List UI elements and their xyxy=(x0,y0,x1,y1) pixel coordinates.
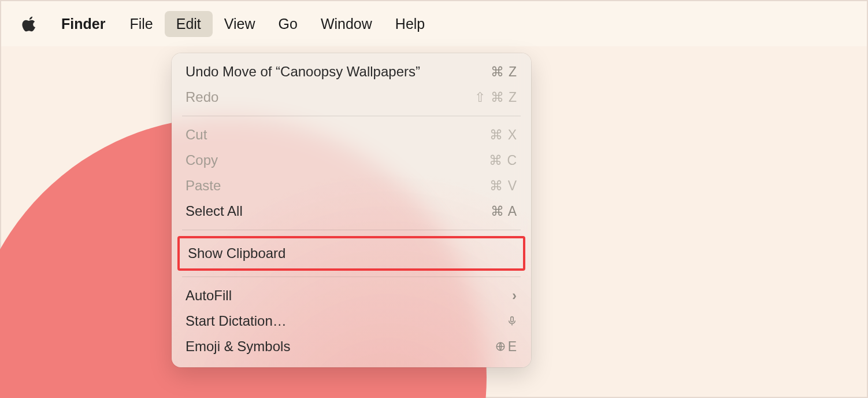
menu-item-shortcut: ⌘ A xyxy=(491,204,517,219)
menubar: Finder File Edit View Go Window Help xyxy=(1,1,867,46)
menu-item-select-all[interactable]: Select All ⌘ A xyxy=(172,198,531,224)
menu-separator xyxy=(182,116,521,116)
menubar-item-edit[interactable]: Edit xyxy=(165,11,213,37)
apple-logo-icon[interactable] xyxy=(21,15,38,32)
menu-separator xyxy=(182,277,521,277)
menu-item-label: Redo xyxy=(186,89,218,105)
menu-item-label: Start Dictation… xyxy=(186,313,287,329)
menubar-item-file[interactable]: File xyxy=(118,11,164,37)
menu-item-label: Paste xyxy=(186,178,221,194)
menu-item-redo: Redo ⇧ ⌘ Z xyxy=(172,84,531,110)
menu-item-shortcut: ⌘ Z xyxy=(491,64,517,80)
menu-item-label: Select All xyxy=(186,203,243,219)
menu-item-shortcut: E xyxy=(495,339,517,355)
menubar-item-go[interactable]: Go xyxy=(267,11,309,37)
menu-item-undo[interactable]: Undo Move of “Canoopsy Wallpapers” ⌘ Z xyxy=(172,59,531,84)
menubar-item-window[interactable]: Window xyxy=(309,11,384,37)
menu-item-shortcut: ⌘ X xyxy=(489,127,517,143)
menubar-app-name[interactable]: Finder xyxy=(55,11,118,37)
menu-item-shortcut: ⌘ V xyxy=(489,178,517,194)
menubar-item-help[interactable]: Help xyxy=(384,11,436,37)
menu-item-shortcut: ⇧ ⌘ Z xyxy=(474,90,517,105)
mic-icon xyxy=(507,315,517,327)
menubar-item-view[interactable]: View xyxy=(213,11,267,37)
menu-item-copy: Copy ⌘ C xyxy=(172,148,531,173)
globe-icon xyxy=(495,341,506,352)
desktop: Finder File Edit View Go Window Help Und… xyxy=(0,0,868,398)
menu-item-start-dictation[interactable]: Start Dictation… xyxy=(172,308,531,334)
menu-item-label: Show Clipboard xyxy=(188,245,285,261)
menu-item-label: Emoji & Symbols xyxy=(186,338,290,355)
menu-item-label: AutoFill xyxy=(186,288,232,304)
menu-item-label: Cut xyxy=(186,127,207,143)
chevron-right-icon: › xyxy=(512,288,517,304)
menu-item-autofill[interactable]: AutoFill › xyxy=(172,283,531,308)
edit-menu-dropdown: Undo Move of “Canoopsy Wallpapers” ⌘ Z R… xyxy=(172,53,531,367)
menu-item-label: Undo Move of “Canoopsy Wallpapers” xyxy=(186,64,420,80)
menu-item-emoji-symbols[interactable]: Emoji & Symbols E xyxy=(172,334,531,359)
menu-item-cut: Cut ⌘ X xyxy=(172,122,531,148)
menu-item-shortcut: ⌘ C xyxy=(489,153,517,168)
svg-rect-0 xyxy=(511,317,514,322)
menu-separator xyxy=(182,230,521,230)
menu-item-show-clipboard[interactable]: Show Clipboard xyxy=(177,236,525,271)
menu-item-label: Copy xyxy=(186,152,218,168)
menu-item-paste: Paste ⌘ V xyxy=(172,173,531,198)
